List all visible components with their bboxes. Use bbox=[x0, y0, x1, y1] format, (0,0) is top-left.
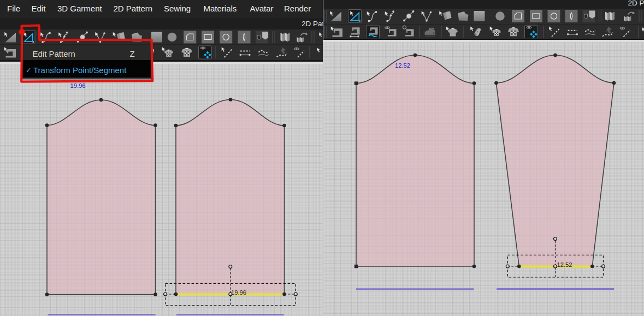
svg-text:12.52: 12.52 bbox=[557, 261, 572, 268]
svg-text:12.52: 12.52 bbox=[395, 62, 410, 69]
